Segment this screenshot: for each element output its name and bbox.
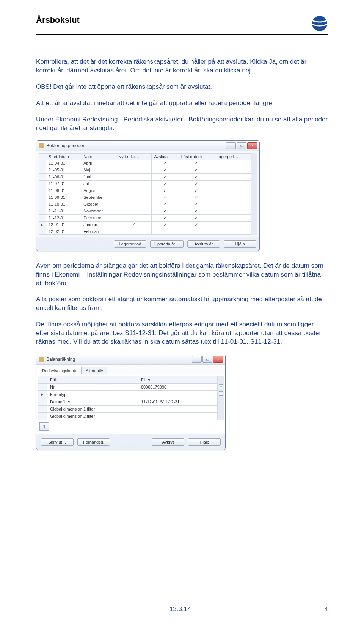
col-avslutat[interactable]: Avslutat (152, 153, 179, 160)
uppratta-ar-button[interactable]: Upprätta år… (150, 240, 184, 248)
page-footer: 13.3.14 4 (0, 606, 364, 613)
table-row[interactable]: ▸12-01-01Januari (39, 221, 251, 228)
table-row[interactable]: 12-02-01Februari (39, 228, 251, 234)
paragraph: OBS! Det går inte att öppna ett räkenska… (36, 83, 328, 91)
col-lager[interactable]: Lagerperi… (214, 153, 251, 160)
paragraph: Det finns också möjlighet att bokföra sä… (36, 320, 328, 346)
table-row[interactable]: ▸Kontotyp (38, 391, 218, 398)
maximize-button[interactable]: ▭ (237, 142, 246, 149)
footer-date: 13.3.14 (169, 606, 191, 613)
skriv-ut-button[interactable]: Skriv ut… (41, 438, 74, 446)
window-title: Balansräkning (46, 357, 75, 362)
table-row[interactable]: Global dimension 1 filter (38, 406, 218, 413)
dropdown-icon[interactable]: ▾ (219, 384, 223, 389)
paragraph: Alla poster som bokförs i ett stängt år … (36, 295, 328, 313)
window-titlebar: Balansräkning — ▭ ✕ (36, 354, 225, 365)
paragraph: Under Ekonomi Redovisning - Periodiska a… (36, 115, 328, 133)
paragraph: Även om perioderna är stängda går det at… (36, 262, 328, 288)
table-row[interactable]: 11-11-01November (39, 208, 251, 214)
table-row[interactable]: 11-06-01Juni (39, 173, 251, 180)
table-row[interactable]: 11-12-01December (39, 214, 251, 221)
footer-page: 4 (325, 606, 328, 613)
up-arrow-button[interactable]: ↥ (39, 422, 49, 431)
table-row[interactable]: 11-08-01Augusti (39, 187, 251, 194)
svg-point-0 (312, 16, 327, 31)
hjalp-button[interactable]: Hjälp (224, 240, 256, 248)
table-row[interactable]: Nr60000..79990 (38, 384, 218, 391)
dropdown-icon[interactable]: ▾ (219, 391, 223, 396)
body-text: Kontrollera, att det är det korrekta räk… (36, 58, 328, 133)
col-last[interactable]: Låst datum (179, 153, 214, 160)
paragraph: Att ett år är avslutat innebär att det i… (36, 99, 328, 108)
table-row[interactable]: Global dimension 2 filter (38, 413, 218, 420)
table-row[interactable]: 11-09-01September (39, 194, 251, 201)
filter-table: Fält Filter Nr60000..79990▸KontotypDatum… (38, 376, 218, 420)
window-icon (39, 143, 44, 148)
minimize-button[interactable]: — (192, 356, 202, 363)
table-row[interactable]: 11-04-01April (39, 160, 251, 167)
col-namn[interactable]: Namn (81, 153, 116, 160)
col-nytt[interactable]: Nytt räke… (116, 153, 152, 160)
company-logo-icon (305, 15, 328, 32)
avbryt-button[interactable]: Avbryt (152, 438, 184, 446)
col-filter[interactable]: Filter (138, 376, 218, 384)
page-header: Årsbokslut (36, 15, 328, 35)
col-startdatum[interactable]: Startdatum (46, 153, 81, 160)
periods-table: Startdatum Namn Nytt räke… Avslutat Låst… (39, 153, 251, 235)
table-row[interactable]: Datumfilter11-12-01..S11-12-31 (38, 398, 218, 406)
balansrakning-window: Balansräkning — ▭ ✕ Redovisningskonto Al… (36, 354, 226, 450)
tab-alternativ[interactable]: Alternativ (82, 367, 107, 374)
hjalp-button[interactable]: Hjälp (188, 438, 221, 446)
maximize-button[interactable]: ▭ (202, 356, 212, 363)
col-falt[interactable]: Fält (47, 376, 138, 384)
forhandsg-button[interactable]: Förhandsg. (77, 438, 110, 446)
table-row[interactable]: 11-10-01Oktober (39, 201, 251, 208)
table-row[interactable]: 11-05-01Maj (39, 167, 251, 173)
close-button[interactable]: ✕ (213, 356, 223, 363)
scrollbar[interactable]: ▾ ▾ (218, 376, 224, 420)
bokforingsperioder-window: Bokföringsperioder — ▭ ✕ Startdatum Namn… (36, 140, 260, 251)
body-text: Även om perioderna är stängda går det at… (36, 262, 328, 347)
tab-redovisningskonto[interactable]: Redovisningskonto (38, 367, 82, 374)
page-title: Årsbokslut (36, 15, 80, 25)
minimize-button[interactable]: — (226, 142, 236, 149)
scrollbar[interactable] (251, 153, 257, 235)
close-button[interactable]: ✕ (247, 142, 257, 149)
lagerperiod-button[interactable]: Lagerperiod (114, 240, 146, 248)
window-title: Bokföringsperioder (46, 143, 85, 148)
window-titlebar: Bokföringsperioder — ▭ ✕ (36, 141, 259, 151)
window-icon (39, 357, 44, 362)
avsluta-ar-button[interactable]: Avsluta år (187, 240, 220, 248)
paragraph: Kontrollera, att det är det korrekta räk… (36, 58, 328, 75)
table-row[interactable]: 11-07-01Juli (39, 180, 251, 187)
